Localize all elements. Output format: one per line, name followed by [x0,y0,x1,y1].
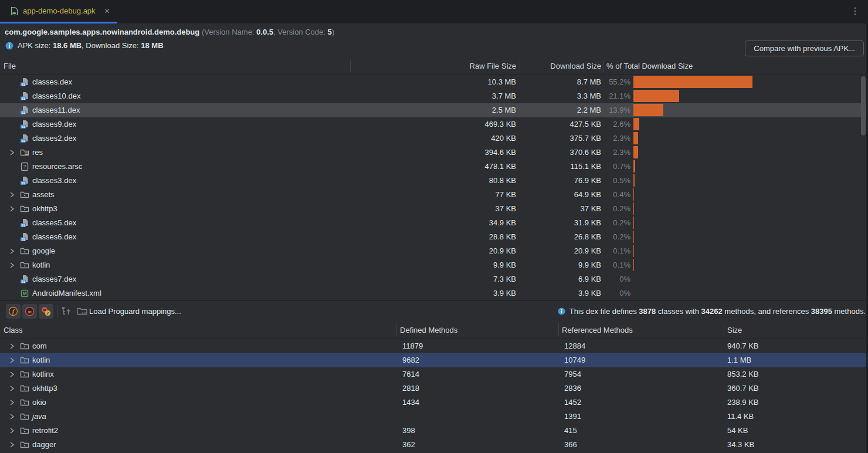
load-proguard-mappings-action[interactable]: Load Proguard mappings... [89,307,181,316]
file-table-row[interactable]: 01 classes6.dex 28.8 KB 26.8 KB 0.2% [0,230,868,244]
file-table-row[interactable]: 01 classes9.dex 469.3 KB 427.5 KB 2.6% [0,117,868,131]
chevron-right-icon[interactable] [7,440,16,449]
referenced-methods-value: 10749 [564,356,585,365]
close-icon[interactable]: ✕ [104,8,110,15]
class-table-row[interactable]: okio 1434 1452 238.9 KB [0,395,868,410]
apk-size-value: 18.6 MB [53,41,82,50]
class-table-row[interactable]: okhttp3 2818 2836 360.7 KB [0,381,868,395]
chevron-right-icon[interactable] [7,190,16,200]
show-methods-toggle[interactable]: m [22,304,37,319]
expand-all-icon[interactable] [61,306,72,318]
file-table-row[interactable]: 01 classes2.dex 420 KB 375.7 KB 2.3% [0,131,868,146]
dex-info-line: This dex file defines 3878 classes with … [557,307,866,317]
column-header-referenced-methods[interactable]: Referenced Methods [562,326,633,334]
dex-viewer-toolbar: f m mf a.b Load Proguard mappings... Thi… [0,300,868,322]
chevron-right-icon[interactable] [7,426,16,435]
class-table-row[interactable]: java 1391 11.4 KB [0,410,868,424]
file-table-row[interactable]: M AndroidManifest.xml 3.9 KB 3.9 KB 0% [0,286,868,300]
percent-of-total-value: 55.2% [609,77,630,87]
svg-text:01: 01 [21,111,25,114]
file-table-row[interactable]: ? resources.arsc 478.1 KB 115.1 KB 0.7% [0,160,868,174]
file-table-row[interactable]: 01 classes11.dex 2.5 MB 2.2 MB 13.9% [0,103,868,117]
file-table-row[interactable]: 01 classes.dex 10.3 MB 8.7 MB 55.2% [0,75,868,89]
raw-file-size-value: 80.8 KB [489,176,516,185]
dex-file-icon: 01 [20,77,29,87]
download-size-value: 6.9 KB [578,275,601,284]
tab-app-demo-debug-apk[interactable]: app-demo-debug.apk ✕ [0,0,117,23]
class-table-row[interactable]: com 11879 12884 940.7 KB [0,339,868,353]
file-table-row[interactable]: res 394.6 KB 370.6 KB 2.3% [0,146,868,160]
compare-with-previous-apk-button[interactable]: Compare with previous APK... [745,40,864,56]
file-table-row[interactable]: 01 classes7.dex 7.3 KB 6.9 KB 0% [0,272,868,286]
file-table-row[interactable]: 01 classes10.dex 3.7 MB 3.3 MB 21.1% [0,89,868,103]
percent-of-total-value: 0.7% [613,162,630,171]
file-table-row[interactable]: okhttp3 37 KB 37 KB 0.2% [0,202,868,216]
percent-bar [633,76,752,88]
file-table-row[interactable]: kotlin 9.9 KB 9.9 KB 0.1% [0,258,868,272]
file-table-row[interactable]: 01 classes3.dex 80.8 KB 76.9 KB 0.5% [0,174,868,188]
chevron-right-icon[interactable] [7,384,16,393]
chevron-right-icon[interactable] [7,204,16,214]
chevron-right-icon[interactable] [7,342,16,351]
file-table-row[interactable]: assets 77 KB 64.9 KB 0.4% [0,188,868,202]
dex-info-text: classes with [656,307,701,316]
kebab-menu-icon[interactable]: ⋮ [850,5,860,16]
column-header-download-size[interactable]: Download Size [550,62,601,70]
svg-text:M: M [22,290,26,296]
dex-referenced-methods-count: 38395 [811,307,832,316]
chevron-right-icon[interactable] [7,370,16,379]
column-header-size[interactable]: Size [727,326,742,334]
chevron-right-icon[interactable] [7,398,16,407]
file-table-row[interactable]: 01 classes5.dex 34.9 KB 31.9 KB 0.2% [0,216,868,230]
arsc-file-icon: ? [20,162,29,171]
class-table-row[interactable]: kotlin 9682 10749 1.1 MB [0,353,868,367]
chevron-right-icon[interactable] [7,261,16,270]
class-name: kotlinx [32,370,54,379]
file-table-row[interactable]: google 20.9 KB 20.9 KB 0.1% [0,244,868,258]
class-table-row[interactable]: kotlinx 7614 7954 853.2 KB [0,367,868,381]
percent-of-total-value: 2.6% [613,120,630,129]
column-header-class[interactable]: Class [4,326,23,334]
version-code-value: 5 [328,28,332,36]
percent-of-total-value: 0.2% [613,232,630,242]
show-fields-toggle[interactable]: f [6,304,21,319]
apk-summary-header: com.google.samples.apps.nowinandroid.dem… [0,23,868,58]
file-name: assets [32,190,55,200]
referenced-methods-value: 12884 [564,342,585,351]
column-header-raw-file-size[interactable]: Raw File Size [470,62,516,70]
class-table-row[interactable]: dagger 362 366 34.3 KB [0,438,868,452]
dex-file-icon: 01 [20,218,29,228]
manifest-file-icon: M [20,289,29,298]
defined-methods-value: 362 [402,440,415,449]
chevron-right-icon[interactable] [7,246,16,256]
percent-of-total-value: 21.1% [609,92,630,101]
size-value: 54 KB [727,426,748,435]
package-folder-icon [20,412,29,421]
file-name: classes9.dex [32,120,76,129]
size-value: 238.9 KB [727,398,759,407]
file-table: 01 classes.dex 10.3 MB 8.7 MB 55.2% 01 c… [0,75,868,300]
chevron-right-icon[interactable] [7,148,16,157]
column-header-defined-methods[interactable]: Defined Methods [400,326,457,334]
package-folder-icon [20,398,29,407]
raw-file-size-value: 7.3 KB [493,275,516,284]
vertical-scrollbar[interactable] [861,76,866,136]
download-size-value: 76.9 KB [574,176,601,185]
show-referenced-nodes-toggle[interactable]: mf [39,304,53,319]
defined-methods-value: 398 [402,426,415,435]
raw-file-size-value: 20.9 KB [489,246,516,256]
package-folder-icon [20,426,29,435]
column-header-file[interactable]: File [4,62,16,70]
chevron-right-icon[interactable] [7,356,16,365]
column-header-percent-of-total[interactable]: % of Total Download Size [606,62,693,70]
size-value: 360.7 KB [727,384,759,393]
download-size-value: 64.9 KB [574,190,601,200]
percent-bar [633,104,663,116]
info-icon [5,41,14,52]
download-size-label: , Download Size: [82,41,141,50]
flatten-packages-icon[interactable]: a.b [76,306,88,318]
chevron-right-icon[interactable] [7,412,16,421]
class-table-row[interactable]: retrofit2 398 415 54 KB [0,424,868,438]
file-name: classes7.dex [32,275,76,284]
percent-bar [633,188,634,201]
